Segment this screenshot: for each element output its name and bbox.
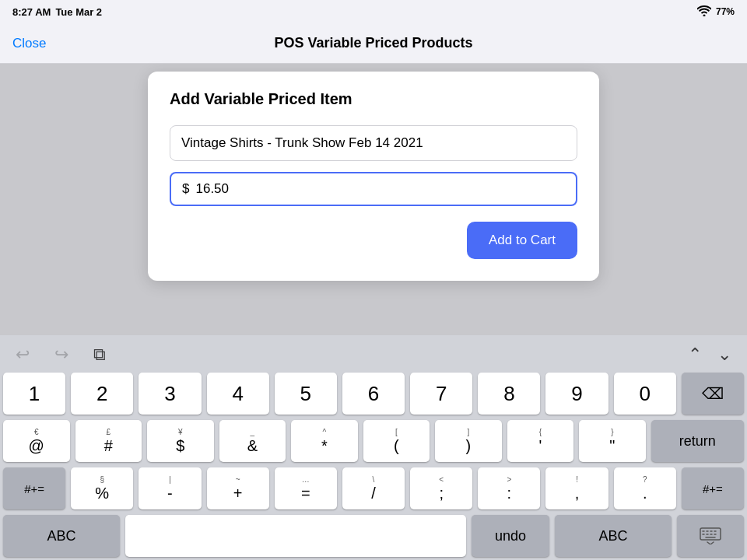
- currency-symbol: $: [182, 181, 189, 197]
- bottom-row: ABC undo ABC: [3, 515, 744, 557]
- key-ampersand[interactable]: _&: [219, 420, 286, 462]
- key-7[interactable]: 7: [410, 373, 472, 415]
- key-period[interactable]: ?.: [614, 467, 676, 509]
- undo-key[interactable]: undo: [472, 515, 549, 557]
- key-asterisk[interactable]: ^*: [291, 420, 358, 462]
- price-value: 16.50: [195, 181, 565, 197]
- nav-title: POS Variable Priced Products: [274, 35, 472, 51]
- key-percent[interactable]: §%: [71, 467, 133, 509]
- backspace-key[interactable]: ⌫: [682, 373, 744, 415]
- key-1[interactable]: 1: [3, 373, 65, 415]
- key-semicolon[interactable]: <;: [410, 467, 472, 509]
- abc-key-right[interactable]: ABC: [555, 515, 672, 557]
- undo-toolbar-button[interactable]: ↩: [12, 343, 33, 366]
- space-key[interactable]: [125, 515, 466, 557]
- redo-toolbar-button[interactable]: ↪: [51, 343, 72, 366]
- hash-eq-key-left[interactable]: #+=: [3, 467, 65, 509]
- key-comma[interactable]: !,: [545, 467, 608, 509]
- key-4[interactable]: 4: [207, 373, 269, 415]
- abc-key-left[interactable]: ABC: [3, 515, 120, 557]
- close-button[interactable]: Close: [12, 36, 46, 51]
- key-equals[interactable]: …=: [275, 467, 337, 509]
- number-row: 1 2 3 4 5 6 7 8 9 0 ⌫: [3, 373, 744, 415]
- key-8[interactable]: 8: [478, 373, 540, 415]
- paste-toolbar-button[interactable]: ⧉: [90, 343, 109, 366]
- return-key[interactable]: return: [651, 420, 744, 462]
- key-close-paren[interactable]: ]): [435, 420, 502, 462]
- cursor-down-button[interactable]: ⌄: [714, 343, 735, 366]
- key-colon[interactable]: >:: [478, 467, 540, 509]
- key-9[interactable]: 9: [545, 373, 608, 415]
- keyboard-area: ↩ ↪ ⧉ ⌃ ⌄ 1 2 3 4 5 6 7 8 9 0 ⌫ €@ £# ¥$…: [0, 335, 747, 560]
- key-at[interactable]: €@: [3, 420, 70, 462]
- item-name-input[interactable]: [170, 125, 577, 161]
- key-single-quote[interactable]: {': [507, 420, 574, 462]
- symbol-row: €@ £# ¥$ _& ^* [( ]) {' }" return: [3, 420, 744, 462]
- battery: 77%: [716, 6, 735, 17]
- key-0[interactable]: 0: [614, 373, 676, 415]
- modal-header: Add Variable Priced Item: [170, 90, 577, 108]
- key-dollar[interactable]: ¥$: [147, 420, 214, 462]
- price-row[interactable]: $ 16.50: [170, 172, 577, 206]
- key-slash[interactable]: \/: [342, 467, 405, 509]
- key-3[interactable]: 3: [139, 373, 201, 415]
- status-bar: 8:27 AM Tue Mar 2 77%: [0, 0, 747, 23]
- key-open-paren[interactable]: [(: [363, 420, 430, 462]
- time: 8:27 AM: [12, 6, 51, 18]
- key-minus[interactable]: |-: [139, 467, 201, 509]
- date: Tue Mar 2: [55, 6, 102, 18]
- main-area: Add Variable Priced Item $ 16.50 Add to …: [0, 64, 747, 335]
- cursor-up-button[interactable]: ⌃: [685, 343, 705, 366]
- keyboard-toolbar: ↩ ↪ ⧉ ⌃ ⌄: [3, 340, 744, 373]
- modifier-row: #+= §% |- ~+ …= \/ <; >: !, ?. #+=: [3, 467, 744, 509]
- key-hash[interactable]: £#: [75, 420, 142, 462]
- keyboard-hide-key[interactable]: [677, 515, 744, 557]
- wifi-icon: [697, 5, 711, 19]
- nav-bar: Close POS Variable Priced Products: [0, 23, 747, 64]
- key-double-quote[interactable]: }": [579, 420, 646, 462]
- modal-actions: Add to Cart: [170, 222, 577, 259]
- hash-eq-key-right[interactable]: #+=: [682, 467, 744, 509]
- add-to-cart-button[interactable]: Add to Cart: [467, 222, 577, 259]
- key-5[interactable]: 5: [275, 373, 337, 415]
- key-6[interactable]: 6: [342, 373, 405, 415]
- key-plus[interactable]: ~+: [207, 467, 269, 509]
- key-2[interactable]: 2: [71, 373, 133, 415]
- modal-card: Add Variable Priced Item $ 16.50 Add to …: [148, 72, 599, 281]
